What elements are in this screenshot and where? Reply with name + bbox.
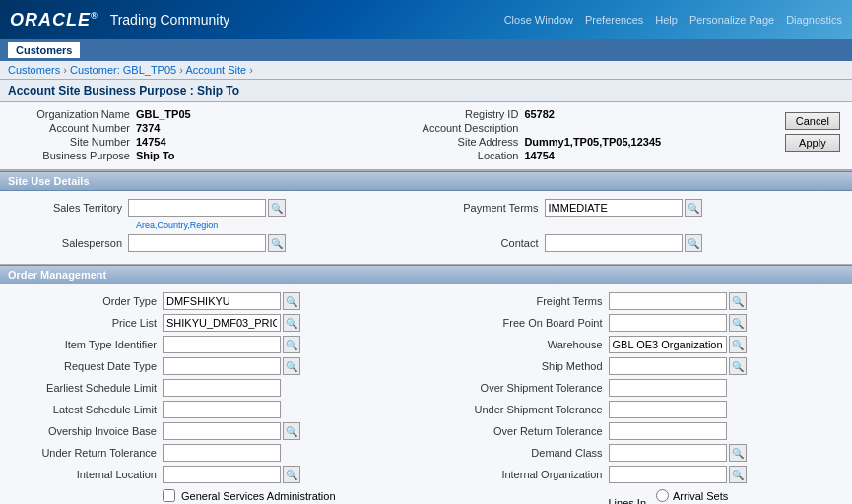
diagnostics-link[interactable]: Diagnostics — [786, 14, 842, 26]
order-type-label: Order Type — [10, 295, 163, 307]
demand-class-input[interactable] — [609, 444, 727, 462]
org-name-value: GBL_TP05 — [136, 108, 191, 120]
order-type-search-btn[interactable]: 🔍 — [283, 292, 300, 310]
registry-id-value: 65782 — [524, 108, 555, 120]
payment-terms-input[interactable] — [545, 199, 683, 217]
overship-invoice-base-input[interactable] — [163, 422, 281, 440]
free-on-board-point-label: Free On Board Point — [436, 317, 609, 329]
request-date-type-input[interactable] — [163, 357, 281, 375]
order-mgmt-form: Order Type 🔍 Price List 🔍 Item Type Iden… — [0, 284, 852, 504]
personalize-page-link[interactable]: Personalize Page — [689, 14, 774, 26]
payment-terms-label: Payment Terms — [436, 202, 545, 214]
account-number-value: 7374 — [136, 122, 160, 134]
demand-class-row: Demand Class 🔍 — [436, 444, 843, 462]
business-purpose-row: Business Purpose Ship To — [8, 150, 396, 161]
contact-search-btn[interactable]: 🔍 — [685, 234, 702, 252]
overship-invoice-base-search-btn[interactable]: 🔍 — [283, 422, 300, 440]
internal-location-search-btn[interactable]: 🔍 — [283, 466, 300, 483]
site-address-value: Dummy1,TP05,TP05,12345 — [524, 136, 661, 148]
latest-schedule-limit-label: Latest Schedule Limit — [10, 404, 163, 415]
payment-terms-search-btn[interactable]: 🔍 — [685, 199, 702, 217]
over-shipment-tolerance-input[interactable] — [609, 379, 727, 397]
account-number-label: Account Number — [8, 122, 136, 134]
price-list-search-btn[interactable]: 🔍 — [283, 314, 300, 332]
sales-territory-label: Sales Territory — [10, 202, 128, 214]
internal-organization-row: Internal Organization 🔍 — [436, 466, 843, 483]
breadcrumb-customer[interactable]: Customer: GBL_TP05 — [70, 64, 176, 76]
location-value: 14754 — [524, 150, 555, 161]
item-type-identifier-input[interactable] — [163, 336, 281, 353]
earliest-schedule-limit-input[interactable] — [163, 379, 281, 397]
latest-schedule-limit-input[interactable] — [163, 401, 281, 418]
apply-button[interactable]: Apply — [785, 134, 840, 152]
internal-organization-input[interactable] — [609, 466, 727, 483]
nav-bar: Customers — [0, 39, 852, 61]
sales-territory-search-btn[interactable]: 🔍 — [268, 199, 286, 217]
action-buttons: Cancel Apply — [785, 108, 844, 152]
ship-method-row: Ship Method 🔍 — [436, 357, 843, 375]
preferences-link[interactable]: Preferences — [585, 14, 643, 26]
business-purpose-value: Ship To — [136, 150, 175, 161]
internal-organization-search-btn[interactable]: 🔍 — [729, 466, 747, 483]
ship-method-input[interactable] — [609, 357, 727, 375]
internal-organization-label: Internal Organization — [436, 469, 609, 480]
checkboxes-area: General Services Administration Push Gro… — [163, 489, 417, 504]
request-date-type-search-btn[interactable]: 🔍 — [283, 357, 300, 375]
app-header: ORACLE® Trading Community Close Window P… — [0, 0, 852, 39]
breadcrumb-account-site[interactable]: Account Site — [185, 64, 246, 76]
general-services-checkbox[interactable] — [163, 489, 175, 502]
price-list-input[interactable] — [163, 314, 281, 332]
order-mgmt-left: Order Type 🔍 Price List 🔍 Item Type Iden… — [10, 292, 417, 504]
site-number-row: Site Number 14754 — [8, 136, 396, 148]
overship-invoice-base-label: Overship Invoice Base — [10, 425, 163, 437]
account-desc-label: Account Description — [396, 122, 524, 134]
salesperson-row: Salesperson 🔍 — [10, 234, 417, 252]
arrival-sets-radio[interactable] — [656, 489, 669, 502]
warehouse-input[interactable] — [609, 336, 727, 353]
item-type-identifier-search-btn[interactable]: 🔍 — [283, 336, 300, 353]
contact-input[interactable] — [545, 234, 683, 252]
free-on-board-point-search-btn[interactable]: 🔍 — [729, 314, 747, 332]
order-mgmt-right: Freight Terms 🔍 Free On Board Point 🔍 Wa… — [436, 292, 843, 504]
freight-terms-search-btn[interactable]: 🔍 — [729, 292, 747, 310]
site-number-value: 14754 — [136, 136, 166, 148]
ship-method-search-btn[interactable]: 🔍 — [729, 357, 747, 375]
internal-location-input[interactable] — [163, 466, 281, 483]
salesperson-label: Salesperson — [10, 237, 128, 249]
payment-terms-row: Payment Terms 🔍 — [436, 199, 843, 217]
general-services-row: General Services Administration — [163, 489, 417, 502]
contact-row: Contact 🔍 — [436, 234, 843, 252]
header-links: Close Window Preferences Help Personaliz… — [504, 14, 842, 26]
close-window-link[interactable]: Close Window — [504, 14, 573, 26]
freight-terms-input[interactable] — [609, 292, 727, 310]
arrival-sets-label: Arrival Sets — [673, 490, 728, 502]
order-type-row: Order Type 🔍 — [10, 292, 417, 310]
sales-territory-input[interactable] — [128, 199, 266, 217]
registry-id-row: Registry ID 65782 — [396, 108, 784, 120]
request-date-type-label: Request Date Type — [10, 360, 163, 372]
account-info-right: Registry ID 65782 Account Description Si… — [396, 108, 784, 163]
nav-customers[interactable]: Customers — [8, 42, 80, 58]
salesperson-search-btn[interactable]: 🔍 — [268, 234, 286, 252]
price-list-row: Price List 🔍 — [10, 314, 417, 332]
price-list-label: Price List — [10, 317, 163, 329]
org-name-row: Organization Name GBL_TP05 — [8, 108, 396, 120]
demand-class-search-btn[interactable]: 🔍 — [729, 444, 747, 462]
warehouse-search-btn[interactable]: 🔍 — [729, 336, 747, 353]
cancel-button[interactable]: Cancel — [785, 112, 840, 130]
free-on-board-point-input[interactable] — [609, 314, 727, 332]
internal-location-label: Internal Location — [10, 469, 163, 480]
warehouse-label: Warehouse — [436, 339, 609, 350]
general-services-label: General Services Administration — [181, 490, 336, 502]
salesperson-input[interactable] — [128, 234, 266, 252]
order-type-input[interactable] — [163, 292, 281, 310]
breadcrumb: Customers › Customer: GBL_TP05 › Account… — [0, 61, 852, 80]
contact-label: Contact — [436, 237, 545, 249]
over-return-tolerance-input[interactable] — [609, 422, 727, 440]
help-link[interactable]: Help — [655, 14, 678, 26]
breadcrumb-customers[interactable]: Customers — [8, 64, 60, 76]
account-info-section: Organization Name GBL_TP05 Account Numbe… — [0, 102, 852, 170]
free-on-board-point-row: Free On Board Point 🔍 — [436, 314, 843, 332]
under-shipment-tolerance-input[interactable] — [609, 401, 727, 418]
under-return-tolerance-input[interactable] — [163, 444, 281, 462]
